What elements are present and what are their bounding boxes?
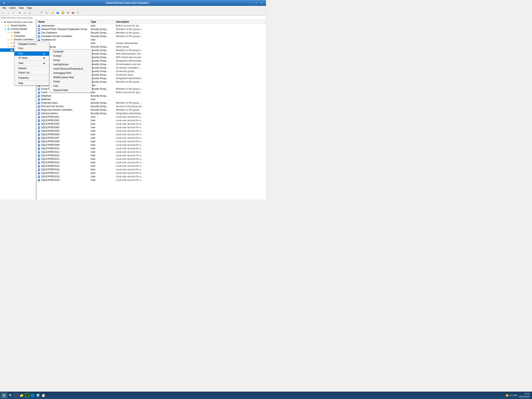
tree-item-computers[interactable]: 📁 Computers [0, 34, 36, 38]
toolbar-forward[interactable]: → [6, 11, 11, 15]
tree-item-dcs[interactable]: ▷ 📁 Domain Controllers [0, 38, 36, 41]
submenu-printer[interactable]: Printer [50, 79, 92, 84]
list-item[interactable]: SQLEXPRESS02UserLocal user account for e… [37, 119, 266, 122]
ctx-properties[interactable]: Properties [14, 76, 49, 80]
menu-view[interactable]: View [17, 6, 25, 10]
list-item[interactable]: SQLEXPRESS01UserLocal user account for e… [37, 115, 266, 119]
ctx-new[interactable]: New ▶ [14, 51, 49, 56]
list-item[interactable]: SQLEXPRESS15UserLocal user account for e… [37, 164, 266, 168]
item-name: cloudbase-init [41, 38, 90, 41]
ctx-delegate[interactable]: Delegate Control... [14, 42, 49, 46]
ctx-sep2 [14, 60, 49, 61]
list-item[interactable]: SQLEXPRESS10UserLocal user account for e… [37, 147, 266, 150]
list-item[interactable]: SQLEXPRESS07UserLocal user account for e… [37, 136, 266, 140]
item-type: Security Group... [90, 105, 115, 108]
list-item[interactable]: SQLEXPRESS18UserLocal user account for e… [37, 175, 266, 178]
list-item[interactable]: AdministratorUserBuilt-in account for ad… [37, 24, 266, 27]
tree-item-builtin[interactable]: ▷ 📁 Builtin [0, 31, 36, 34]
submenu-computer[interactable]: Computer [50, 50, 92, 54]
item-desc: Local user account for e... [115, 165, 266, 167]
submenu-msmq[interactable]: MSMQ Queue Alias [50, 75, 92, 79]
toolbar-trust[interactable]: 🔑 [51, 11, 55, 15]
list-item[interactable]: SQLEXPRESS05UserLocal user account for e… [37, 129, 266, 133]
col-header-name[interactable]: Name [37, 20, 89, 24]
menu-file[interactable]: File [1, 6, 8, 10]
submenu-user[interactable]: User [50, 84, 92, 88]
col-header-type[interactable]: Type [89, 20, 115, 24]
list-item[interactable]: Allowed RODC Password Replication GroupS… [37, 27, 266, 31]
menu-help[interactable]: Help [25, 6, 33, 10]
list-item[interactable]: SQLEXPRESS19UserLocal user account for e… [37, 178, 266, 182]
ctx-new-arrow: ▶ [44, 53, 45, 55]
toolbar-users[interactable]: 👥 [56, 11, 60, 15]
col-header-desc[interactable]: Description [115, 20, 266, 24]
ctx-help[interactable]: Help [14, 81, 49, 85]
list-item[interactable]: SQLEXPRESS14UserLocal user account for e… [37, 161, 266, 164]
maximize-button[interactable]: □ [254, 1, 259, 5]
list-item[interactable]: SQLEXPRESS09UserLocal user account for e… [37, 143, 266, 147]
list-item[interactable]: contosoUserSystem Administrator [37, 41, 266, 45]
list-item[interactable]: SQLEXPRESS06UserLocal user account for e… [37, 133, 266, 136]
submenu-shared[interactable]: Shared Folder [50, 88, 92, 92]
item-name: SQLEXPRESS03 [41, 122, 90, 125]
toolbar-filter[interactable]: 🔽 [61, 11, 65, 15]
list-item[interactable]: MobiUserUser [37, 98, 266, 101]
ctx-view[interactable]: View ▶ [14, 61, 49, 65]
tree-item-contoso[interactable]: ▼ 🌐 contoso.domain [0, 27, 36, 31]
toolbar-back[interactable]: ← [1, 11, 6, 15]
toolbar-find[interactable]: 🔍 [44, 11, 49, 15]
toolbar-export[interactable]: 📤 [71, 11, 75, 15]
toolbar-properties[interactable]: ⬜ [22, 11, 27, 15]
user-icon [37, 126, 41, 129]
tree-item-saved[interactable]: ▷ 📁 Saved Queries [0, 24, 36, 27]
ctx-refresh[interactable]: Refresh [14, 66, 49, 71]
item-name: SQLEXPRESS19 [41, 179, 90, 181]
close-button[interactable]: ✕ [259, 1, 265, 5]
ctx-alltasks[interactable]: All Tasks ▶ [14, 56, 49, 60]
submenu-contact[interactable]: Contact [50, 54, 92, 58]
item-desc: All domain users [115, 73, 266, 76]
toolbar-delete[interactable]: ✕ [17, 11, 22, 15]
list-item[interactable]: SQLEXPRESS13UserLocal user account for e… [37, 157, 266, 161]
submenu-inetorgperson[interactable]: InetOrgPerson [50, 62, 92, 67]
list-item[interactable]: Read-only Domain ControllersSecurity Gro… [37, 108, 266, 112]
list-item[interactable]: SQLEXPRESS08UserLocal user account for e… [37, 140, 266, 143]
item-desc: Local user account for e... [115, 137, 266, 139]
ctx-find[interactable]: Find... [14, 46, 49, 51]
list-item[interactable]: SQLEXPRESS12UserLocal user account for e… [37, 154, 266, 157]
tree-item-root[interactable]: ▼ 🖥 Active Directory Users and Com [0, 20, 36, 24]
toolbar-help[interactable]: ❓ [39, 11, 44, 15]
list-item[interactable]: SQLEXPRESS04UserLocal user account for e… [37, 126, 266, 129]
item-name: SQLEXPRESS16 [41, 168, 90, 171]
list-item[interactable]: contoso groupSecurity Group...admin grou… [37, 45, 266, 49]
minimize-button[interactable]: ─ [248, 1, 253, 5]
toolbar-copy[interactable]: 📋 [27, 11, 32, 15]
toolbar-up[interactable]: ↑ [11, 11, 16, 15]
list-item[interactable]: Protected UsersSecurity Group...Members … [37, 101, 266, 105]
list-item[interactable]: Cloneable Domain ControllersSecurity Gro… [37, 34, 266, 38]
toolbar-adv[interactable]: 🔧 [76, 11, 80, 15]
item-desc: Local user account for e... [115, 179, 266, 181]
submenu-msds[interactable]: msDS-ResourcePropertyList [50, 67, 92, 71]
folder-icon-msa: 📁 [10, 45, 13, 48]
list-item[interactable]: SQLEXPRESS17UserLocal user account for e… [37, 171, 266, 175]
list-item[interactable]: RAS and IAS ServersSecurity Group...Serv… [37, 105, 266, 108]
list-item[interactable]: SQLEXPRESS16UserLocal user account for e… [37, 168, 266, 171]
item-desc: Members of this group c... [115, 28, 266, 31]
svg-point-51 [38, 133, 39, 135]
list-item[interactable]: SQLEXPRESS11UserLocal user account for e… [37, 150, 266, 154]
list-item[interactable]: HelpDeskSecurity Group... [37, 94, 266, 98]
toolbar-paste[interactable]: 📄 [32, 11, 37, 15]
submenu-msimaging[interactable]: msImaging-PSPs [50, 71, 92, 75]
list-item[interactable]: Schema AdminsSecurity Group...Designated… [37, 112, 266, 115]
group-icon [37, 28, 41, 31]
toolbar-settings[interactable]: ⚙ [66, 11, 70, 15]
svg-point-44 [38, 112, 39, 113]
list-item[interactable]: Cert PublishersSecurity Group...Members … [37, 31, 266, 34]
menu-action[interactable]: Action [8, 6, 17, 10]
ctx-export[interactable]: Export List... [14, 71, 49, 75]
list-item[interactable]: cloudbase-initUser [37, 38, 266, 41]
list-item[interactable]: SQLEXPRESS03UserLocal user account for e… [37, 122, 266, 126]
submenu-group[interactable]: Group [50, 58, 92, 62]
svg-point-46 [38, 116, 39, 117]
